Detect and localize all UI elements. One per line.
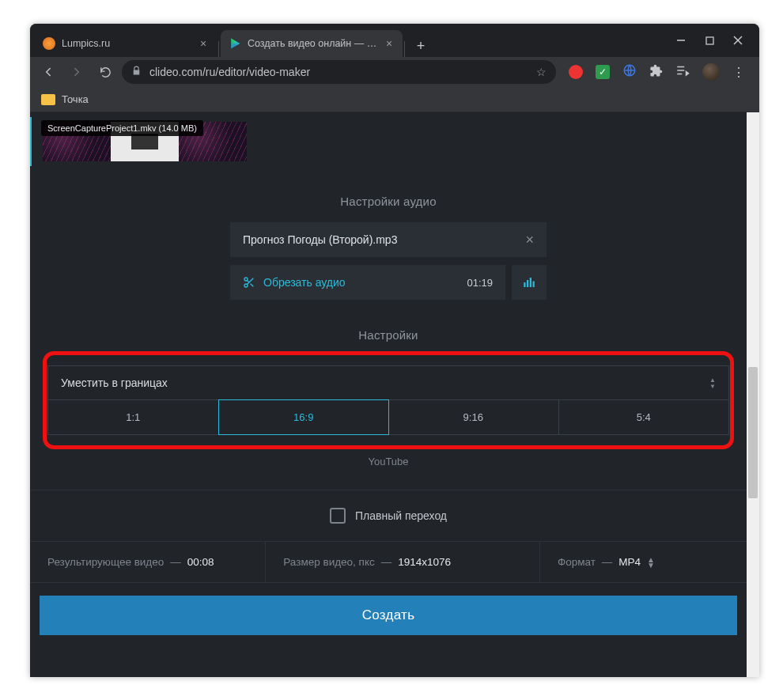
trim-label: Обрезать аудио: [263, 276, 346, 289]
equalizer-icon: [522, 275, 536, 289]
bookmark-label[interactable]: Точка: [62, 93, 89, 105]
select-chevron-icon: ▲▼: [709, 377, 716, 389]
audio-duration: 01:19: [467, 277, 493, 289]
scrollbar-thumb[interactable]: [748, 367, 758, 498]
ratio-1-1[interactable]: 1:1: [48, 400, 219, 434]
audio-box: Прогноз Погоды (Второй).mp3 × Обрезать а…: [230, 222, 547, 300]
info-result-value: 00:08: [187, 556, 214, 568]
close-icon[interactable]: ×: [384, 38, 395, 49]
url-text: clideo.com/ru/editor/video-maker: [149, 66, 528, 78]
audio-filename: Прогноз Погоды (Второй).mp3: [243, 233, 525, 246]
info-result-label: Результирующее видео: [47, 556, 164, 568]
content-area: ScreenCaptureProject1.mkv (14.0 MB) Наст…: [30, 112, 759, 677]
crossfade-row: Плавный переход: [30, 490, 747, 541]
star-icon[interactable]: ☆: [536, 66, 547, 78]
ratio-9-16[interactable]: 9:16: [388, 400, 559, 434]
scissors-icon: [243, 276, 255, 289]
toolbar-icons: ✓ ⋮: [561, 63, 753, 81]
close-window-icon[interactable]: [732, 35, 743, 46]
new-tab-button[interactable]: +: [410, 35, 432, 57]
platform-label: YouTube: [30, 456, 747, 467]
info-size-value: 1914x1076: [398, 556, 451, 568]
ext-icon-3[interactable]: [622, 63, 637, 81]
settings-section-title: Настройки: [30, 328, 747, 342]
favicon-clideo: [229, 37, 241, 50]
crossfade-checkbox[interactable]: [330, 508, 346, 524]
svg-point-9: [244, 284, 248, 287]
clip-tooltip: ScreenCaptureProject1.mkv (14.0 MB): [41, 120, 203, 136]
aspect-ratio-row: 1:1 16:9 9:16 5:4: [47, 400, 729, 435]
reload-button[interactable]: [93, 60, 117, 84]
ratio-16-9[interactable]: 16:9: [218, 399, 390, 435]
extensions-icon[interactable]: [649, 64, 663, 81]
tab-clideo[interactable]: Создать видео онлайн — Сдел ×: [221, 30, 403, 57]
settings-area: Уместить в границах ▲▼ 1:1 16:9 9:16 5:4: [47, 356, 729, 445]
tab-lumpics[interactable]: Lumpics.ru ×: [35, 30, 217, 57]
svg-rect-13: [524, 282, 525, 287]
address-bar: clideo.com/ru/editor/video-maker ☆ ✓ ⋮: [30, 57, 759, 87]
scrollbar-track[interactable]: [747, 112, 759, 677]
svg-rect-14: [527, 280, 528, 287]
fit-mode-value: Уместить в границах: [61, 376, 168, 389]
info-size-label: Размер видео, пкс: [283, 556, 374, 568]
ratio-5-4[interactable]: 5:4: [559, 400, 729, 434]
folder-icon: [41, 94, 55, 105]
format-chevron-icon: ▲▼: [647, 557, 655, 568]
tab-title: Lumpics.ru: [62, 38, 191, 49]
svg-line-12: [247, 280, 249, 282]
page-content: ScreenCaptureProject1.mkv (14.0 MB) Наст…: [30, 112, 747, 677]
close-icon[interactable]: ×: [198, 38, 209, 49]
maximize-icon[interactable]: [704, 35, 715, 46]
audio-section-title: Настройки аудио: [30, 195, 747, 208]
svg-rect-15: [530, 278, 531, 287]
forward-button[interactable]: [65, 60, 89, 84]
info-row: Результирующее видео — 00:08 Размер виде…: [30, 541, 747, 583]
back-button[interactable]: [36, 60, 60, 84]
fit-mode-select[interactable]: Уместить в границах ▲▼: [47, 365, 729, 400]
info-format-value: MP4: [618, 556, 641, 568]
info-format[interactable]: Формат — MP4 ▲▼: [540, 542, 747, 582]
tab-title: Создать видео онлайн — Сдел: [248, 38, 377, 49]
create-button-label: Создать: [362, 607, 415, 623]
svg-rect-16: [533, 282, 535, 288]
audio-file-row: Прогноз Погоды (Второй).mp3 ×: [230, 222, 547, 257]
minimize-icon[interactable]: [675, 35, 687, 46]
avatar[interactable]: [702, 63, 720, 81]
ext-icon-2[interactable]: ✓: [596, 65, 610, 79]
titlebar: Lumpics.ru × Создать видео онлайн — Сдел…: [30, 24, 759, 57]
trim-audio-button[interactable]: Обрезать аудио 01:19: [230, 265, 505, 300]
window-controls: [660, 35, 759, 46]
lock-icon: [131, 66, 142, 78]
omnibox[interactable]: clideo.com/ru/editor/video-maker ☆: [122, 60, 556, 84]
playlist-icon[interactable]: [675, 63, 690, 81]
info-size: Размер видео, пкс — 1914x1076: [266, 542, 540, 582]
info-result: Результирующее видео — 00:08: [30, 542, 266, 582]
info-format-label: Формат: [558, 556, 596, 568]
crossfade-label: Плавный переход: [355, 509, 447, 522]
favicon-lumpics: [43, 37, 55, 50]
ext-icon-1[interactable]: [569, 65, 583, 79]
create-button[interactable]: Создать: [40, 596, 737, 635]
tab-separator: [218, 41, 219, 57]
bookmarks-bar: Точка: [30, 87, 759, 112]
audio-volume-button[interactable]: [512, 265, 547, 300]
remove-audio-icon[interactable]: ×: [525, 232, 534, 248]
svg-rect-1: [706, 37, 713, 44]
tab-separator: [404, 41, 405, 57]
browser-window: Lumpics.ru × Создать видео онлайн — Сдел…: [30, 24, 759, 677]
svg-line-11: [251, 284, 254, 287]
svg-point-8: [244, 278, 248, 281]
tabs-row: Lumpics.ru × Создать видео онлайн — Сдел…: [30, 24, 660, 57]
menu-icon[interactable]: ⋮: [732, 65, 745, 80]
